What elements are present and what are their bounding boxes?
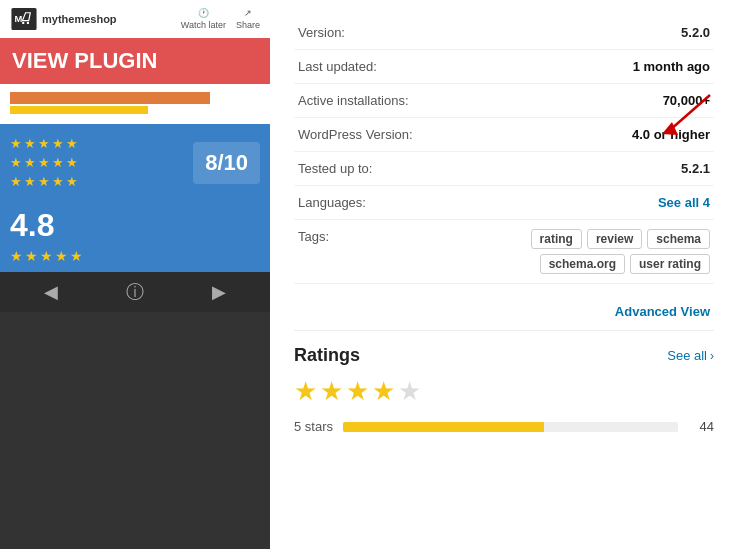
tags-cell: rating review schema schema.org user rat… xyxy=(454,220,714,284)
share-icon: ↗ xyxy=(244,8,252,18)
ratings-section: Ratings See all › ★ ★ ★ ★ ★ 5 stars xyxy=(294,345,714,434)
blue-section: ★ ★ ★ ★ ★ ★ ★ ★ ★ ★ ★ ★ ★ ★ xyxy=(0,124,270,201)
five-stars-row: 5 stars 44 xyxy=(294,419,714,434)
prev-icon[interactable]: ◀ xyxy=(44,281,58,303)
tested-up-to-row: Tested up to: 5.2.1 xyxy=(294,152,714,186)
plugin-logo: M mythemeshop xyxy=(10,8,117,30)
five-stars-label: 5 stars xyxy=(294,419,333,434)
advanced-view-row: Advanced View xyxy=(294,296,714,331)
info-icon[interactable]: ⓘ xyxy=(126,280,144,304)
tested-up-to-label: Tested up to: xyxy=(294,152,454,186)
plugin-title-text: VIEW PLUGIN xyxy=(12,48,157,73)
rating-star-5-empty: ★ xyxy=(398,376,421,407)
star-row-2: ★ ★ ★ ★ ★ xyxy=(10,155,78,170)
wp-version-label: WordPress Version: xyxy=(294,118,454,152)
wp-version-row: WordPress Version: 4.0 or higher xyxy=(294,118,714,152)
see-all-label: See all xyxy=(667,348,707,363)
bstar-3: ★ xyxy=(40,248,53,264)
star-row-1: ★ ★ ★ ★ ★ xyxy=(10,136,78,151)
big-rating-value: 4.8 xyxy=(10,207,83,244)
info-table: Version: 5.2.0 Last updated: 1 month ago… xyxy=(294,16,714,284)
star-3: ★ xyxy=(38,136,50,151)
version-value: 5.2.0 xyxy=(454,16,714,50)
bstar-2: ★ xyxy=(25,248,38,264)
star-11: ★ xyxy=(10,174,22,189)
star-9: ★ xyxy=(52,155,64,170)
rating-star-1: ★ xyxy=(294,376,317,407)
active-installs-value: 70,000+ xyxy=(454,84,714,118)
last-updated-value: 1 month ago xyxy=(454,50,714,84)
plugin-title-bar: VIEW PLUGIN xyxy=(0,38,270,84)
header-icons: 🕐 Watch later ↗ Share xyxy=(181,8,260,30)
tags-label: Tags: xyxy=(294,220,454,284)
tag-user-rating[interactable]: user rating xyxy=(630,254,710,274)
star-10: ★ xyxy=(66,155,78,170)
svg-point-2 xyxy=(22,22,24,24)
share-label: Share xyxy=(236,20,260,30)
wp-version-value: 4.0 or higher xyxy=(454,118,714,152)
cart-icon: M xyxy=(10,8,38,30)
yellow-bar xyxy=(10,106,148,114)
tags-row: Tags: rating review schema schema.org us… xyxy=(294,220,714,284)
star-5: ★ xyxy=(66,136,78,151)
ratings-title: Ratings xyxy=(294,345,360,366)
star-2: ★ xyxy=(24,136,36,151)
star-4: ★ xyxy=(52,136,64,151)
rating-bottom: 4.8 ★ ★ ★ ★ ★ xyxy=(0,201,270,272)
orange-bar xyxy=(10,92,210,104)
left-panel: M mythemeshop 🕐 Watch later ↗ Share xyxy=(0,0,270,549)
big-rating-container: 4.8 ★ ★ ★ ★ ★ xyxy=(10,207,83,264)
tag-schema-org[interactable]: schema.org xyxy=(540,254,625,274)
chart-area xyxy=(0,84,270,124)
five-stars-count: 44 xyxy=(688,419,714,434)
star-12: ★ xyxy=(24,174,36,189)
svg-text:M: M xyxy=(15,13,23,24)
tested-up-to-value: 5.2.1 xyxy=(454,152,714,186)
last-updated-label: Last updated: xyxy=(294,50,454,84)
last-updated-row: Last updated: 1 month ago xyxy=(294,50,714,84)
rating-star-2: ★ xyxy=(320,376,343,407)
score-box: 8/10 xyxy=(193,142,260,184)
svg-point-3 xyxy=(27,22,29,24)
rating-star-4-half: ★ xyxy=(372,376,395,407)
tag-review[interactable]: review xyxy=(587,229,642,249)
advanced-view-link[interactable]: Advanced View xyxy=(615,304,710,319)
bottom-stars: ★ ★ ★ ★ ★ xyxy=(10,248,83,264)
version-label: Version: xyxy=(294,16,454,50)
chevron-right-icon: › xyxy=(710,349,714,363)
plugin-header: M mythemeshop 🕐 Watch later ↗ Share xyxy=(0,0,270,38)
ratings-header: Ratings See all › xyxy=(294,345,714,366)
star-row-3: ★ ★ ★ ★ ★ xyxy=(10,174,78,189)
star-7: ★ xyxy=(24,155,36,170)
stars-column: ★ ★ ★ ★ ★ ★ ★ ★ ★ ★ ★ ★ ★ ★ xyxy=(10,136,78,189)
star-14: ★ xyxy=(52,174,64,189)
dark-controls-bar: ◀ ⓘ ▶ xyxy=(0,272,270,312)
star-1: ★ xyxy=(10,136,22,151)
watch-later-label: Watch later xyxy=(181,20,226,30)
five-stars-bar-fill xyxy=(343,422,544,432)
star-6: ★ xyxy=(10,155,22,170)
star-15: ★ xyxy=(66,174,78,189)
bstar-4: ★ xyxy=(55,248,68,264)
score-text: 8/10 xyxy=(205,150,248,175)
bstar-1: ★ xyxy=(10,248,23,264)
watch-later-item[interactable]: 🕐 Watch later xyxy=(181,8,226,30)
active-installs-label: Active installations: xyxy=(294,84,454,118)
clock-icon: 🕐 xyxy=(198,8,209,18)
tag-schema[interactable]: schema xyxy=(647,229,710,249)
active-installs-row: Active installations: 70,000+ xyxy=(294,84,714,118)
bstar-5: ★ xyxy=(70,248,83,264)
five-stars-bar-track xyxy=(343,422,678,432)
version-row: Version: 5.2.0 xyxy=(294,16,714,50)
tag-rating[interactable]: rating xyxy=(531,229,582,249)
rating-star-3: ★ xyxy=(346,376,369,407)
next-icon[interactable]: ▶ xyxy=(212,281,226,303)
overall-stars: ★ ★ ★ ★ ★ xyxy=(294,376,714,407)
languages-row: Languages: See all 4 xyxy=(294,186,714,220)
right-panel: Version: 5.2.0 Last updated: 1 month ago… xyxy=(270,0,738,549)
star-8: ★ xyxy=(38,155,50,170)
share-item[interactable]: ↗ Share xyxy=(236,8,260,30)
see-all-link[interactable]: See all › xyxy=(667,348,714,363)
languages-label: Languages: xyxy=(294,186,454,220)
languages-value[interactable]: See all 4 xyxy=(454,186,714,220)
